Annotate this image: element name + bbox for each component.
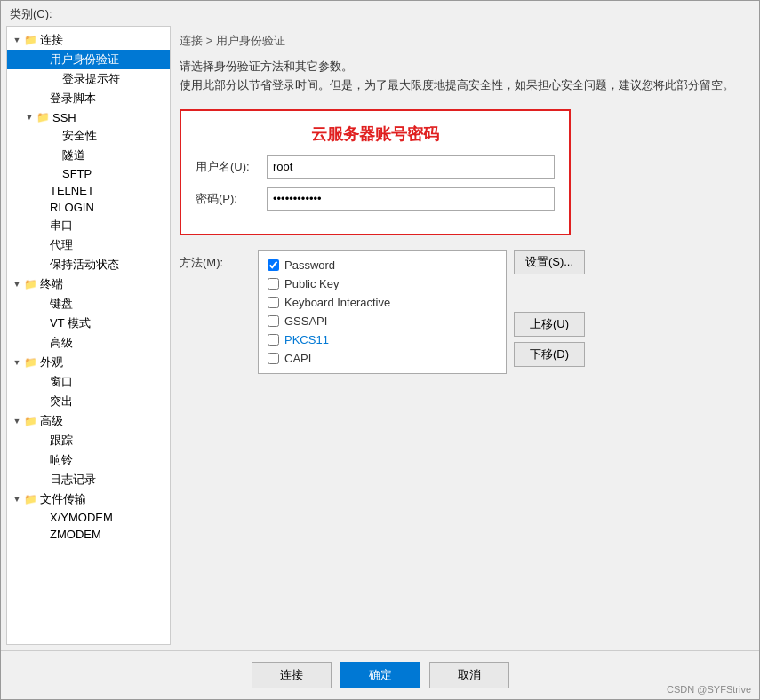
breadcrumb-sep: >	[206, 34, 216, 47]
sidebar-item-terminal[interactable]: ▼📁终端	[7, 274, 170, 294]
sidebar-label-rlogin: RLOGIN	[50, 201, 94, 214]
desc-line1: 请选择身份验证方法和其它参数。	[180, 58, 748, 76]
sidebar-item-security[interactable]: 安全性	[7, 126, 170, 146]
sidebar-item-vt-mode[interactable]: VT 模式	[7, 314, 170, 333]
sidebar-item-keyboard[interactable]: 键盘	[7, 294, 170, 314]
sidebar-label-security: 安全性	[62, 128, 97, 144]
category-label: 类别(C):	[1, 1, 759, 26]
connect-button[interactable]: 连接	[252, 662, 332, 688]
folder-icon-terminal: 📁	[23, 277, 37, 291]
sidebar-label-advanced: 高级	[50, 335, 73, 351]
sidebar-item-advanced2[interactable]: ▼📁高级	[7, 411, 170, 431]
method-item-5[interactable]: CAPI	[268, 349, 497, 368]
right-panel: 连接 > 用户身份验证 请选择身份验证方法和其它参数。 使用此部分以节省登录时间…	[176, 26, 759, 650]
sidebar-item-serial[interactable]: 串口	[7, 216, 170, 235]
password-row: 密码(P):	[196, 187, 555, 211]
dialog: 类别(C): ▼📁连接用户身份验证登录提示符登录脚本▼📁SSH安全性隧道SFTP…	[0, 0, 760, 700]
method-box: PasswordPublic KeyKeyboard InteractiveGS…	[258, 250, 507, 374]
bottom-bar: 连接 确定 取消 CSDN @SYFStrive	[1, 650, 759, 699]
sidebar-label-filetransfer: 文件传输	[40, 491, 86, 507]
folder-icon-connect: 📁	[23, 33, 37, 47]
method-item-0[interactable]: Password	[268, 256, 497, 274]
expander-ssh: ▼	[23, 113, 36, 122]
sidebar-item-login-prompt[interactable]: 登录提示符	[7, 69, 170, 89]
method-label: 方法(M):	[180, 250, 251, 271]
sidebar-label-highlight: 突出	[50, 394, 73, 410]
username-row: 用户名(U):	[196, 155, 555, 179]
method-label-4: PKCS11	[284, 333, 329, 346]
sidebar-item-advanced[interactable]: 高级	[7, 333, 170, 353]
sidebar-item-proxy[interactable]: 代理	[7, 235, 170, 255]
sidebar-item-auth[interactable]: 用户身份验证	[7, 50, 170, 69]
desc-line2: 使用此部分以节省登录时间。但是，为了最大限度地提高安全性，如果担心安全问题，建议…	[180, 76, 748, 95]
breadcrumb-part1: 连接	[180, 34, 203, 47]
method-label-3: GSSAPI	[284, 314, 327, 328]
sidebar-item-log[interactable]: 日志记录	[7, 470, 170, 489]
sidebar-label-sftp: SFTP	[62, 167, 92, 180]
sidebar-item-connect[interactable]: ▼📁连接	[7, 30, 170, 50]
sidebar-item-bell[interactable]: 响铃	[7, 450, 170, 470]
sidebar[interactable]: ▼📁连接用户身份验证登录提示符登录脚本▼📁SSH安全性隧道SFTPTELNETR…	[6, 26, 171, 645]
folder-icon-appearance: 📁	[23, 355, 37, 370]
settings-button[interactable]: 设置(S)...	[514, 250, 585, 274]
sidebar-label-ssh: SSH	[52, 111, 76, 124]
sidebar-label-zmodem: ZMODEM	[50, 528, 101, 541]
breadcrumb: 连接 > 用户身份验证	[180, 33, 748, 49]
sidebar-label-trace: 跟踪	[50, 433, 73, 449]
method-checkbox-2[interactable]	[268, 297, 279, 308]
sidebar-label-xymodem: X/YMODEM	[50, 511, 113, 524]
sidebar-label-vt-mode: VT 模式	[50, 315, 91, 331]
cloud-box: 云服务器账号密码 用户名(U): 密码(P):	[180, 109, 571, 235]
move-down-button[interactable]: 下移(D)	[514, 342, 585, 367]
sidebar-item-rlogin[interactable]: RLOGIN	[7, 199, 170, 216]
sidebar-item-trace[interactable]: 跟踪	[7, 431, 170, 450]
cancel-button[interactable]: 取消	[429, 662, 509, 688]
expander-advanced2: ▼	[11, 417, 23, 426]
sidebar-label-login-prompt: 登录提示符	[62, 71, 120, 87]
method-checkbox-5[interactable]	[268, 353, 279, 364]
watermark: CSDN @SYFStrive	[667, 684, 751, 695]
sidebar-item-filetransfer[interactable]: ▼📁文件传输	[7, 489, 170, 509]
sidebar-item-highlight[interactable]: 突出	[7, 392, 170, 411]
sidebar-item-telnet[interactable]: TELNET	[7, 182, 170, 199]
method-item-1[interactable]: Public Key	[268, 274, 497, 293]
sidebar-item-keepalive[interactable]: 保持活动状态	[7, 255, 170, 274]
password-label: 密码(P):	[196, 191, 267, 207]
sidebar-label-telnet: TELNET	[50, 184, 94, 197]
sidebar-item-ssh[interactable]: ▼📁SSH	[7, 108, 170, 126]
method-item-2[interactable]: Keyboard Interactive	[268, 293, 497, 312]
method-item-4[interactable]: PKCS11	[268, 330, 497, 349]
ok-button[interactable]: 确定	[340, 662, 420, 688]
sidebar-label-auth: 用户身份验证	[50, 52, 119, 68]
method-label-1: Public Key	[284, 277, 339, 290]
move-up-button[interactable]: 上移(U)	[514, 312, 585, 337]
sidebar-label-terminal: 终端	[40, 276, 63, 292]
folder-icon-advanced2: 📁	[23, 414, 37, 428]
sidebar-item-login-script[interactable]: 登录脚本	[7, 89, 170, 108]
sidebar-label-window: 窗口	[50, 374, 73, 390]
username-input[interactable]	[267, 155, 555, 179]
sidebar-item-sftp[interactable]: SFTP	[7, 165, 170, 182]
sidebar-label-tunnel: 隧道	[62, 147, 85, 163]
breadcrumb-part2: 用户身份验证	[216, 34, 285, 47]
password-input[interactable]	[267, 187, 555, 211]
username-label: 用户名(U):	[196, 159, 267, 175]
sidebar-label-keyboard: 键盘	[50, 296, 73, 312]
desc-text: 请选择身份验证方法和其它参数。 使用此部分以节省登录时间。但是，为了最大限度地提…	[180, 58, 748, 95]
sidebar-item-zmodem[interactable]: ZMODEM	[7, 526, 170, 543]
sidebar-item-xymodem[interactable]: X/YMODEM	[7, 509, 170, 526]
method-checkbox-3[interactable]	[268, 315, 279, 327]
sidebar-label-login-script: 登录脚本	[50, 91, 96, 107]
method-item-3[interactable]: GSSAPI	[268, 312, 497, 330]
sidebar-item-tunnel[interactable]: 隧道	[7, 146, 170, 165]
expander-filetransfer: ▼	[11, 495, 23, 504]
method-label-2: Keyboard Interactive	[284, 296, 390, 309]
sidebar-label-log: 日志记录	[50, 472, 96, 488]
sidebar-item-window[interactable]: 窗口	[7, 372, 170, 392]
method-checkbox-4[interactable]	[268, 334, 279, 346]
sidebar-label-connect: 连接	[40, 32, 63, 48]
method-section: 方法(M): PasswordPublic KeyKeyboard Intera…	[180, 250, 748, 374]
sidebar-item-appearance[interactable]: ▼📁外观	[7, 353, 170, 372]
method-checkbox-1[interactable]	[268, 278, 279, 290]
method-checkbox-0[interactable]	[268, 259, 279, 271]
